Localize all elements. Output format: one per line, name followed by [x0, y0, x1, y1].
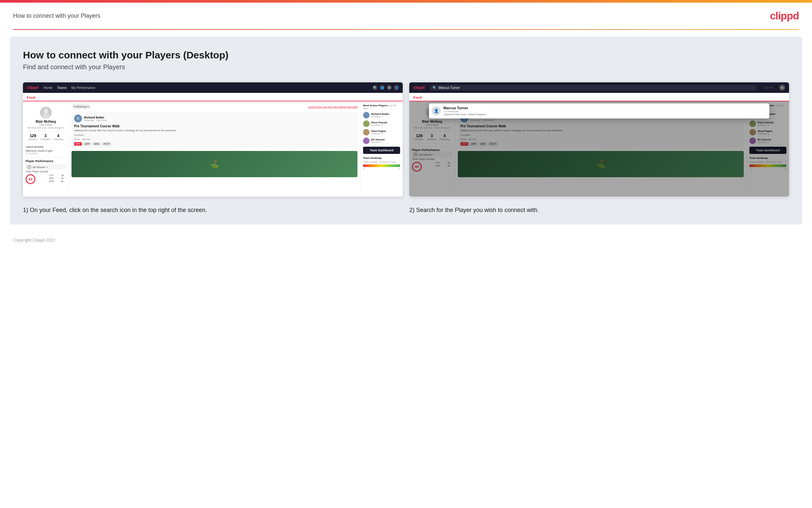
app-nav-items-1: Home Teams My Performance: [44, 86, 367, 90]
svg-point-2: [43, 114, 49, 118]
right-panel-1: Most Active Players Last 30 days Richard…: [360, 101, 403, 197]
tpq-label-1: Total Player Quality: [26, 170, 66, 173]
stat-activities-1: 129 Activities: [29, 134, 38, 140]
screenshot-1: clippd Home Teams My Performance 🔍 👥 ⚙ 👤: [23, 82, 403, 197]
profile-stats-1: 129 Activities 3 Followers 4 Following: [27, 131, 64, 140]
profile-role-1: Golf Coach: [27, 123, 64, 126]
player-list-item-1-0: Richard Butler Activities: 7: [363, 112, 400, 119]
app-body-1: Blair McHarg Golf Coach Mill Ride Golf C…: [23, 101, 403, 197]
search-icon-2: 🔍: [433, 86, 436, 90]
tag-app-1: APP: [83, 142, 91, 146]
feed-tab-1: Feed: [23, 93, 403, 101]
desc-panel-2: 2) Search for the Player you wish to con…: [409, 206, 789, 215]
duration-1: Duration: [74, 134, 355, 136]
tag-ott-1: OTT: [74, 142, 82, 146]
pp-player-avatar-1: [27, 165, 32, 169]
duration-val-1: 02 hr : 00 min: [74, 138, 355, 141]
search-query-2: Marcus Turner: [438, 86, 460, 90]
svg-point-1: [44, 109, 48, 114]
settings-icon-1[interactable]: ⚙: [387, 85, 392, 90]
nav-item-performance-1[interactable]: My Performance: [71, 86, 95, 90]
clear-button-2[interactable]: CLEAR: [762, 85, 774, 90]
copyright: Copyright Clippd 2022: [13, 238, 55, 243]
nav-item-teams-1[interactable]: Teams: [57, 86, 66, 90]
people-icon-1[interactable]: 👥: [380, 85, 384, 90]
app-nav-search-2[interactable]: 🔍 Marcus Turner: [430, 85, 756, 91]
app-nav-1: clippd Home Teams My Performance 🔍 👥 ⚙ 👤: [23, 82, 403, 93]
bar-arg-1: ARG 61: [49, 180, 64, 182]
main-title: How to connect with your Players (Deskto…: [23, 49, 789, 61]
search-icon-1[interactable]: 🔍: [373, 85, 377, 90]
desc-text-1: 1) On your Feed, click on the search ico…: [23, 206, 403, 215]
activity-card-1: R Richard Butler Yesterday - The Grove P…: [71, 112, 357, 148]
stat-following-1: 4 Following: [53, 134, 63, 140]
tag-arg-1: ARG: [93, 142, 101, 146]
profile-avatar-1: [40, 107, 52, 119]
tpq-display-1: 84 OTT 79 APP: [26, 174, 66, 184]
pp-player-1[interactable]: Eli Vincent ▾: [26, 164, 66, 170]
heatmap-labels-1: -5 +5: [363, 168, 400, 170]
team-dashboard-btn-1[interactable]: Team Dashboard: [363, 147, 400, 154]
close-btn-2[interactable]: ✕: [779, 85, 785, 91]
desc-row: 1) On your Feed, click on the search ico…: [23, 206, 789, 215]
activity-avatar-1: R: [74, 115, 82, 122]
nav-item-home-1[interactable]: Home: [44, 86, 52, 90]
profile-icon-1[interactable]: 👤: [394, 85, 399, 90]
player-list-item-1-2: Hiral Pujara Activities: 3: [363, 129, 400, 135]
screenshots-row: clippd Home Teams My Performance 🔍 👥 ⚙ 👤: [23, 82, 789, 197]
page-header: How to connect with your Players clippd: [0, 3, 812, 29]
screenshot-2: clippd 🔍 Marcus Turner CLEAR ✕ 👤 Marcus …: [409, 82, 789, 197]
logo: clippd: [770, 10, 799, 22]
main-content: How to connect with your Players (Deskto…: [10, 36, 802, 224]
desc-text-2: 2) Search for the Player you wish to con…: [409, 206, 789, 215]
top-accent-bar: [0, 0, 812, 3]
feed-tab-label-1[interactable]: Feed: [27, 94, 36, 101]
desc-panel-1: 1) On your Feed, click on the search ico…: [23, 206, 403, 215]
feed-tab-2: Feed: [409, 93, 789, 101]
stat-bars-1: OTT 79 APP 70: [49, 174, 64, 183]
feed-tab-label-2[interactable]: Feed: [413, 94, 422, 101]
bar-app-1: APP 70: [49, 177, 64, 179]
app-logo-2: clippd: [413, 85, 425, 90]
bar-ott-1: OTT 79: [49, 174, 64, 176]
app-logo-1: clippd: [27, 85, 38, 90]
player-list-item-1-1: Piers Parnell Activities: 4: [363, 120, 400, 127]
search-result-card[interactable]: 👤 Marcus Turner 1.5 Handicap Cypress Poi…: [429, 103, 769, 119]
app-nav-icons-1: 🔍 👥 ⚙ 👤: [373, 85, 399, 90]
following-header-1: Following ▾ Control who can see your act…: [71, 104, 357, 109]
middle-panel-1: Following ▾ Control who can see your act…: [69, 101, 360, 197]
pp-chevron-1: ▾: [47, 166, 48, 169]
profile-card-1: Blair McHarg Golf Coach Mill Ride Golf C…: [26, 104, 66, 143]
following-btn-1[interactable]: Following ▾: [71, 104, 91, 109]
main-subtitle: Find and connect with your Players: [23, 64, 789, 71]
header-divider: [13, 29, 799, 30]
heatmap-bar-1: [363, 164, 400, 167]
app-ui-1: clippd Home Teams My Performance 🔍 👥 ⚙ 👤: [23, 82, 403, 197]
score-circle-1: 84: [26, 174, 36, 184]
footer: Copyright Clippd 2022: [0, 231, 812, 249]
control-link-1[interactable]: Control who can see your activity and da…: [308, 105, 357, 108]
left-panel-1: Blair McHarg Golf Coach Mill Ride Golf C…: [23, 101, 69, 197]
app-nav-2: clippd 🔍 Marcus Turner CLEAR ✕: [409, 82, 789, 93]
team-heatmap-title-1: Team Heatmap: [363, 157, 400, 160]
profile-name-1: Blair McHarg: [27, 120, 64, 123]
player-performance-1: Player Performance Eli Vincent ▾ Total P…: [26, 157, 66, 184]
image-placeholder-1: ⛳: [71, 151, 357, 177]
tag-putt-1: PUTT: [102, 142, 111, 146]
latest-activity-1: Latest Activity Afternoon round of golf …: [26, 145, 66, 155]
search-result-avatar: 👤: [432, 106, 441, 116]
page-title: How to connect with your Players: [13, 12, 100, 19]
app-ui-2: clippd 🔍 Marcus Turner CLEAR ✕ 👤 Marcus …: [409, 82, 789, 197]
most-active-title-1: Most Active Players Last 30 days: [363, 104, 400, 110]
player-list-item-1-3: Eli Vincent Activities: 1: [363, 137, 400, 144]
stat-followers-1: 3 Followers: [41, 134, 50, 140]
heatmap-subtitle-1: Player Quality - 20 Round Trend: [363, 161, 400, 163]
activity-tags-1: OTT APP ARG PUTT: [74, 142, 355, 146]
profile-club-1: Mill Ride Golf Club, United Kingdom: [27, 126, 64, 129]
